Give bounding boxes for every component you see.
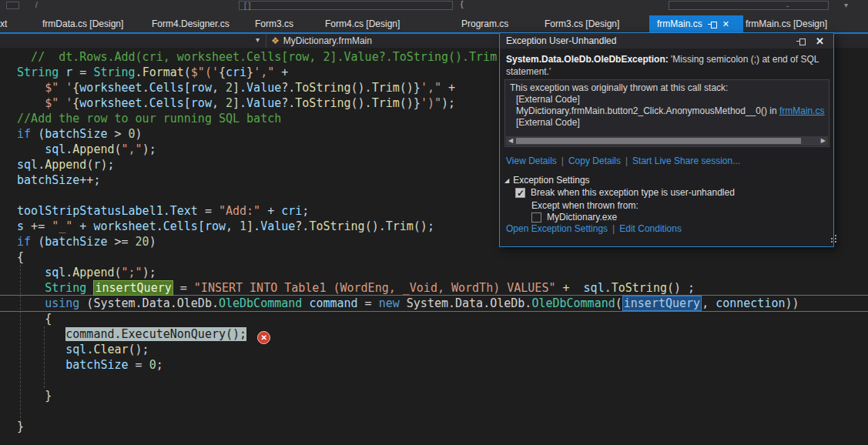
- tab-form4-design[interactable]: Form4.cs [Design]: [316, 15, 409, 32]
- toolbar-combobox-2[interactable]: -: [669, 1, 829, 10]
- break-label: Break when this exception type is user-u…: [531, 187, 735, 198]
- resize-grip-icon[interactable]: [827, 241, 829, 243]
- chevron-down-icon: ▾: [256, 35, 260, 44]
- visual-studio-window: / [ ] { - ▾ xt frmData.cs [Design] Form4…: [0, 0, 868, 445]
- tab-label: frmMain.cs: [657, 15, 702, 32]
- exception-helper-dialog: Exception User-Unhandled ✕ System.Data.O…: [499, 32, 834, 247]
- break-checkbox[interactable]: [515, 188, 525, 198]
- tab-form3-design[interactable]: Form3.cs [Design]: [535, 15, 628, 32]
- close-icon[interactable]: ✕: [722, 19, 729, 28]
- settings-links: Open Exception Settings|Edit Conditions: [506, 223, 682, 234]
- callstack-box: This exception was originally thrown at …: [504, 79, 829, 147]
- edit-conditions-link[interactable]: Edit Conditions: [619, 223, 682, 234]
- tab-frmdata-design[interactable]: frmData.cs [Design]: [33, 15, 132, 32]
- code-line: sql.Append(";");: [3, 265, 799, 280]
- code-line: String insertQuery = "INSERT INTO Table1…: [3, 280, 799, 296]
- toolbar: / [ ] { - ▾: [0, 0, 868, 15]
- tab-form3[interactable]: Form3.cs: [246, 15, 303, 32]
- tab-frmmain-design[interactable]: frmMain.cs [Design]: [736, 15, 836, 32]
- brace-glyph: {: [461, 0, 463, 9]
- code-line: [3, 403, 799, 419]
- code-line: batchSize = 0;: [3, 357, 799, 373]
- settings-header-label: Exception Settings: [513, 175, 589, 186]
- scrollbar-thumb[interactable]: [516, 138, 801, 144]
- dialog-titlebar: Exception User-Unhandled ✕: [500, 33, 833, 49]
- tab-partial[interactable]: xt: [0, 15, 16, 32]
- stack-frame: [External Code]: [516, 117, 829, 129]
- view-details-link[interactable]: View Details: [506, 156, 557, 166]
- module-label: MyDictionary.exe: [547, 212, 617, 222]
- frame-text: MyDictionary.frmMain.button2_Click.Anony…: [516, 105, 779, 116]
- module-checkbox-row: MyDictionary.exe: [531, 212, 617, 222]
- dash-glyph: -: [786, 2, 789, 11]
- dialog-title: Exception User-Unhandled: [506, 35, 616, 46]
- stack-frame: MyDictionary.frmMain.button2_Click.Anony…: [516, 105, 829, 117]
- action-links: View Details|Copy Details|Start Live Sha…: [506, 156, 740, 166]
- separator: |: [608, 223, 619, 234]
- pin-icon[interactable]: [708, 20, 717, 28]
- callstack-header: This exception was originally thrown at …: [510, 82, 829, 93]
- open-exception-settings-link[interactable]: Open Exception Settings: [506, 223, 608, 234]
- tab-form4-designer[interactable]: Form4.Designer.cs: [142, 15, 239, 32]
- type-name: MyDictionary.frmMain: [283, 35, 372, 46]
- code-line: }: [3, 419, 799, 434]
- stack-frame: [External Code]: [516, 94, 829, 105]
- horizontal-scrollbar[interactable]: ◀ ▶: [506, 136, 828, 146]
- type-dropdown[interactable]: ❖ MyDictionary.frmMain: [271, 35, 372, 47]
- project-dropdown[interactable]: ▾: [0, 34, 266, 48]
- scroll-right-icon[interactable]: ▶: [821, 137, 826, 145]
- exception-settings-header[interactable]: ◢Exception Settings: [504, 175, 590, 186]
- tab-program[interactable]: Program.cs: [452, 15, 518, 32]
- class-icon: ❖: [271, 36, 280, 45]
- code-line: [3, 373, 799, 388]
- tab-frmmain-active[interactable]: frmMain.cs ✕: [649, 15, 743, 32]
- pin-icon[interactable]: [796, 37, 806, 45]
- frame-file-link[interactable]: frmMain.cs: [779, 105, 825, 116]
- code-line: command.ExecuteNonQuery();✕: [3, 326, 799, 342]
- live-share-link[interactable]: Start Live Share session...: [632, 156, 740, 166]
- except-when-label: Except when thrown from:: [531, 200, 638, 211]
- separator: |: [621, 156, 632, 166]
- toolbar-combobox[interactable]: [ ]: [239, 1, 453, 10]
- code-line: }: [3, 388, 799, 403]
- exception-type: System.Data.OleDb.OleDbException:: [506, 54, 669, 65]
- expander-icon[interactable]: ◢: [504, 177, 509, 184]
- code-line: sql.Clear();: [3, 342, 799, 357]
- scroll-left-icon[interactable]: ◀: [508, 137, 513, 145]
- separator: |: [557, 156, 568, 166]
- close-icon[interactable]: ✕: [816, 35, 824, 47]
- code-line: {: [3, 311, 799, 326]
- toolbar-button[interactable]: [6, 2, 19, 9]
- copy-details-link[interactable]: Copy Details: [568, 156, 621, 166]
- module-checkbox[interactable]: [531, 212, 541, 222]
- code-line: using (System.Data.OleDb.OleDbCommand co…: [3, 296, 799, 311]
- document-tabbar: xt frmData.cs [Design] Form4.Designer.cs…: [0, 15, 868, 32]
- toolbar-glyph: /: [35, 1, 38, 10]
- code-line: {: [3, 249, 799, 265]
- exception-thrown-icon: ✕: [257, 331, 270, 344]
- break-checkbox-row: Break when this exception type is user-u…: [515, 187, 735, 198]
- chevron-down-icon[interactable]: ▾: [844, 1, 848, 10]
- exception-message: System.Data.OleDb.OleDbException: 'Missi…: [506, 53, 830, 78]
- bracket-glyph: [ ]: [244, 2, 250, 11]
